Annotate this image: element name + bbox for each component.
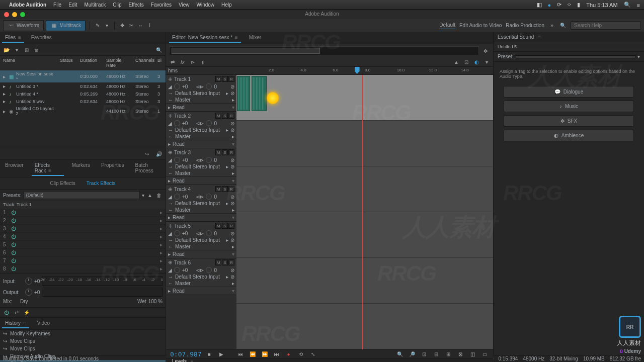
col-name[interactable]: Name <box>0 57 58 69</box>
zoom-out-icon[interactable]: 🔎 <box>408 350 417 358</box>
waveform-button[interactable]: 〰Waveform <box>3 20 44 31</box>
preset-select[interactable]: (Default) <box>24 191 140 199</box>
tab-browser[interactable]: Browser <box>2 161 27 176</box>
levels-tab[interactable]: Levels <box>169 357 190 362</box>
fx-slot[interactable]: 7⏻▸ <box>0 257 166 265</box>
gear-icon[interactable]: ✻ <box>482 47 489 54</box>
track-lane[interactable] <box>236 258 493 304</box>
clock[interactable]: Thu 5:13 AM <box>586 2 617 8</box>
eq-icon[interactable]: ⫿ <box>199 58 206 65</box>
tab-effectsrack[interactable]: Effects Rack ≡ <box>32 161 64 176</box>
tool-icon[interactable]: ▾ <box>103 22 110 29</box>
delete-preset-icon[interactable]: 🗑 <box>155 192 163 199</box>
track-lane[interactable] <box>236 212 493 258</box>
stop-button[interactable]: ■ <box>205 350 214 358</box>
menu-clip[interactable]: Clip <box>113 2 121 8</box>
menu-help[interactable]: Help <box>221 2 232 8</box>
tray-icon[interactable]: ◧ <box>537 2 542 8</box>
razor-tool-icon[interactable]: ✂ <box>128 22 135 29</box>
col-bit[interactable]: Bi <box>155 57 166 69</box>
chain-icon[interactable]: ⇄ <box>13 309 20 316</box>
fx-icon[interactable]: fx <box>179 58 186 65</box>
loop-button[interactable]: ⟲ <box>296 350 305 358</box>
file-row[interactable]: ▸Untitled 4 *0:05.26948000 HzStereo3 <box>0 90 166 98</box>
tab-video[interactable]: Video <box>34 319 53 328</box>
wet-pct[interactable]: 100 % <box>148 299 163 304</box>
fx-slot[interactable]: 1⏻▸ <box>0 209 166 217</box>
open-icon[interactable]: 📂 <box>3 46 10 53</box>
col-duration[interactable]: Duration <box>78 57 104 69</box>
history-item[interactable]: ↪Move Clips <box>0 337 166 345</box>
track-lane[interactable] <box>236 166 493 212</box>
forward-button[interactable]: ⏩ <box>260 350 269 358</box>
fx-slot[interactable]: 3⏻▸ <box>0 225 166 233</box>
tray-icon[interactable]: ● <box>548 2 551 8</box>
time-tool-icon[interactable]: I <box>146 22 153 29</box>
tab-favorites[interactable]: Favorites <box>28 33 55 43</box>
track-header[interactable]: ⁜Track 3MSR ◢+0⊲⊳0⊘ →Default Stereo Inpu… <box>166 148 236 185</box>
insert-icon[interactable]: ↪ <box>143 150 150 157</box>
sync-icon[interactable]: ⟳ <box>557 2 561 8</box>
slip-tool-icon[interactable]: ↔ <box>137 22 144 29</box>
fx-slot[interactable]: 4⏻▸ <box>0 233 166 241</box>
chevron-down-icon[interactable]: ▾ <box>637 54 640 59</box>
fx-slot[interactable]: 6⏻▸ <box>0 249 166 257</box>
workspace-editvideo[interactable]: Edit Audio to Video <box>459 23 502 28</box>
tab-markers[interactable]: Markers <box>69 161 93 176</box>
skip-sel-button[interactable]: ⤡ <box>308 350 317 358</box>
menu-view[interactable]: View <box>179 2 190 8</box>
process-icon[interactable]: ⚡ <box>23 309 30 316</box>
multitrack-button[interactable]: ▦Multitrack <box>46 20 86 31</box>
zoom-icon[interactable]: ⊠ <box>456 350 465 358</box>
history-item[interactable]: ↪Move Clips <box>0 345 166 352</box>
menu-effects[interactable]: Effects <box>128 2 143 8</box>
delete-icon[interactable]: 🗑 <box>33 46 40 53</box>
menu-edit[interactable]: Edit <box>68 2 77 8</box>
es-sfx-button[interactable]: ✻SFX <box>504 115 634 127</box>
skip-end-button[interactable]: ⏭ <box>272 350 281 358</box>
history-item[interactable]: ↪Modify Keyframes <box>0 330 166 337</box>
es-dialogue-button[interactable]: 💬Dialogue <box>504 86 634 98</box>
file-row[interactable]: ▸New Session.sesx *0:30.00048000 HzStere… <box>0 70 166 82</box>
col-channels[interactable]: Channels <box>133 57 155 69</box>
save-preset-icon[interactable]: ▲ <box>146 192 153 199</box>
app-name[interactable]: Adobe Audition <box>9 2 46 8</box>
more-workspaces-icon[interactable]: » <box>548 22 555 29</box>
output-gain[interactable]: +0 <box>34 290 40 295</box>
file-row[interactable]: ▸Untitled CD Layout 244100 HzStereo1 <box>0 105 166 117</box>
input-knob[interactable] <box>25 278 32 285</box>
track-lane[interactable] <box>236 121 493 166</box>
es-ambience-button[interactable]: ◐Ambience <box>504 130 634 141</box>
col-status[interactable]: Status <box>58 57 78 69</box>
track-header[interactable]: ⁜Track 1MSR ◢+0⊲⊳0⊘ →Default Stereo Inpu… <box>166 75 236 112</box>
chevron-down-icon[interactable]: ▾ <box>142 193 144 198</box>
fx-slot[interactable]: 2⏻▸ <box>0 217 166 225</box>
send-icon[interactable]: ⊳ <box>189 58 196 65</box>
zoom-in-icon[interactable]: 🔍 <box>395 350 405 358</box>
search-help-input[interactable] <box>571 21 641 30</box>
track-lane[interactable] <box>236 75 493 121</box>
close-icon[interactable]: ≡ <box>17 35 21 40</box>
track-header[interactable]: ⁜Track 4MSR ◢+0⊲⊳0⊘ →Default Stereo Inpu… <box>166 185 236 222</box>
preview-icon[interactable]: 🔊 <box>155 150 163 157</box>
menu-favorites[interactable]: Favorites <box>151 2 172 8</box>
import-icon[interactable]: ⊞ <box>23 46 30 53</box>
close-window[interactable] <box>4 12 9 17</box>
fx-slot[interactable]: 5⏻▸ <box>0 241 166 249</box>
zoom-icon[interactable]: ▭ <box>480 350 489 358</box>
play-button[interactable]: ▶ <box>217 350 226 358</box>
toggle-icon[interactable]: ⇄ <box>169 58 176 65</box>
power-icon[interactable]: ⏻ <box>3 309 10 316</box>
chevron-down-icon[interactable]: ▾ <box>483 58 490 65</box>
tab-editor[interactable]: Editor: New Session.sesx * ≡ <box>169 33 241 43</box>
tab-mixer[interactable]: Mixer <box>246 33 264 43</box>
output-knob[interactable] <box>25 289 32 296</box>
track-header[interactable]: ⁜Track 2MSR ◢+0⊲⊳0⊘ →Default Stereo Inpu… <box>166 112 236 148</box>
maximize-window[interactable] <box>20 12 25 17</box>
track-header[interactable]: ⁜Track 6MSR ◢+0⊲⊳0⊘ →Default Stereo Inpu… <box>166 258 236 295</box>
tab-files[interactable]: Files ≡ <box>2 33 24 43</box>
playhead-marker[interactable] <box>355 67 360 74</box>
tab-history[interactable]: History ≡ <box>2 319 29 328</box>
file-row[interactable]: ▸Untitled 5.wav0:02.63448000 HzStereo3 <box>0 98 166 105</box>
track-header[interactable]: ⁜Track 5MSR ◢+0⊲⊳0⊘ →Default Stereo Inpu… <box>166 222 236 258</box>
